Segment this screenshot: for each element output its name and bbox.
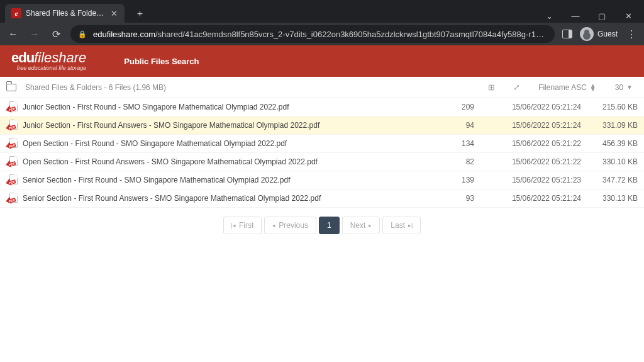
- close-tab-icon[interactable]: ✕: [109, 9, 118, 18]
- new-tab-button[interactable]: ＋: [132, 6, 147, 21]
- file-size: 330.13 KB: [581, 194, 638, 203]
- menu-icon[interactable]: ⋮: [625, 28, 638, 40]
- download-count: 93: [436, 194, 474, 203]
- file-row[interactable]: PDFSenior Section - First Round - SMO Si…: [0, 171, 644, 189]
- forward-icon: →: [28, 28, 42, 40]
- page-size-value: 30: [615, 83, 623, 92]
- minimize-icon[interactable]: ―: [565, 11, 586, 21]
- download-count: 139: [436, 176, 474, 184]
- last-page-button[interactable]: Last▸|: [382, 217, 421, 234]
- profile-chip[interactable]: Guest: [580, 27, 618, 41]
- prev-icon: ◂: [272, 222, 275, 229]
- previous-page-button[interactable]: ◂Previous: [264, 217, 316, 234]
- file-size: 347.72 KB: [581, 176, 638, 184]
- close-window-icon[interactable]: ✕: [618, 11, 639, 21]
- file-row[interactable]: PDFSenior Section - First Round Answers …: [0, 189, 644, 208]
- next-icon: ▸: [369, 222, 372, 229]
- logo-tagline: free educational file storage: [11, 65, 86, 71]
- pdf-icon: PDF: [6, 120, 19, 131]
- browser-tab[interactable]: Shared Files & Folders - edufilesh ✕: [5, 4, 125, 23]
- side-panel-icon[interactable]: [562, 30, 572, 38]
- file-date: 15/06/2022 05:21:24: [474, 103, 581, 111]
- browser-chrome: Shared Files & Folders - edufilesh ✕ ＋ ⌄…: [0, 0, 644, 45]
- site-logo[interactable]: edufileshare free educational file stora…: [11, 51, 86, 71]
- download-count: 94: [436, 121, 474, 130]
- sort-arrows-icon: ▲▼: [590, 84, 596, 91]
- avatar-icon: [580, 27, 594, 41]
- pdf-icon: PDF: [6, 174, 19, 186]
- file-name: Junior Section - First Round Answers - S…: [23, 121, 436, 130]
- window-controls: ⌄ ― ▢ ✕: [538, 11, 639, 21]
- profile-label: Guest: [597, 30, 618, 38]
- file-size: 215.60 KB: [581, 103, 638, 111]
- file-name: Open Section - First Round Answers - SMO…: [23, 157, 436, 166]
- page-1-button[interactable]: 1: [319, 217, 340, 234]
- chevron-down-icon: ▼: [626, 86, 633, 89]
- chevron-down-icon[interactable]: ⌄: [538, 11, 560, 21]
- url-text: edufileshare.com/shared/41ac9emdsn8lf5n8…: [93, 30, 547, 39]
- file-name: Open Section - First Round - SMO Singapo…: [23, 139, 436, 148]
- sort-label: Filename ASC: [538, 83, 587, 92]
- file-row[interactable]: PDFOpen Section - First Round Answers - …: [0, 153, 644, 171]
- pdf-icon: PDF: [6, 156, 19, 167]
- tab-strip: Shared Files & Folders - edufilesh ✕ ＋ ⌄…: [0, 0, 644, 23]
- pdf-icon: PDF: [6, 138, 19, 149]
- toolbar: Shared Files & Folders - 6 Files (1.96 M…: [0, 77, 644, 98]
- file-row[interactable]: PDFOpen Section - First Round - SMO Sing…: [0, 135, 644, 153]
- logo-text: edufileshare: [11, 51, 86, 65]
- file-date: 15/06/2022 05:21:24: [474, 121, 581, 130]
- file-list: PDFJunior Section - First Round - SMO Si…: [0, 98, 644, 208]
- first-page-button[interactable]: |◂First: [223, 217, 262, 234]
- pdf-icon: PDF: [6, 193, 19, 204]
- first-icon: |◂: [231, 222, 236, 229]
- lock-icon: 🔒: [78, 30, 87, 38]
- breadcrumb: Shared Files & Folders - 6 Files (1.96 M…: [25, 83, 474, 92]
- file-size: 331.09 KB: [581, 121, 638, 130]
- file-name: Senior Section - First Round Answers - S…: [23, 194, 436, 203]
- file-date: 15/06/2022 05:21:22: [474, 157, 581, 166]
- file-size: 456.39 KB: [581, 139, 638, 148]
- sort-dropdown[interactable]: Filename ASC ▲▼: [533, 83, 601, 92]
- browser-toolbar: ← → ⟳ 🔒 edufileshare.com/shared/41ac9emd…: [0, 23, 644, 45]
- page-size-dropdown[interactable]: 30 ▼: [610, 83, 638, 92]
- pdf-icon: PDF: [6, 101, 19, 113]
- maximize-icon[interactable]: ▢: [591, 11, 613, 21]
- file-date: 15/06/2022 05:21:22: [474, 139, 581, 148]
- site-header: edufileshare free educational file stora…: [0, 45, 644, 77]
- file-date: 15/06/2022 05:21:23: [474, 176, 581, 184]
- folder-icon[interactable]: [6, 84, 16, 91]
- public-files-search-link[interactable]: Public Files Search: [124, 57, 199, 66]
- tab-title: Shared Files & Folders - edufilesh: [26, 9, 105, 18]
- file-name: Junior Section - First Round - SMO Singa…: [23, 103, 436, 111]
- file-row[interactable]: PDFJunior Section - First Round Answers …: [0, 116, 644, 135]
- next-page-button[interactable]: Next▸: [342, 217, 380, 234]
- pagination: |◂First ◂Previous 1 Next▸ Last▸|: [0, 217, 644, 234]
- address-bar[interactable]: 🔒 edufileshare.com/shared/41ac9emdsn8lf5…: [70, 25, 555, 43]
- file-name: Senior Section - First Round - SMO Singa…: [23, 176, 436, 184]
- file-row[interactable]: PDFJunior Section - First Round - SMO Si…: [0, 98, 644, 116]
- download-count: 134: [436, 139, 474, 148]
- reload-icon[interactable]: ⟳: [49, 28, 63, 40]
- back-icon[interactable]: ←: [6, 28, 20, 40]
- favicon-icon: [11, 8, 21, 18]
- last-icon: ▸|: [408, 222, 413, 229]
- file-date: 15/06/2022 05:21:24: [474, 194, 581, 203]
- list-view-icon[interactable]: ⊞: [483, 82, 499, 92]
- download-count: 82: [436, 157, 474, 166]
- file-size: 330.10 KB: [581, 157, 638, 166]
- fullscreen-icon[interactable]: ⤢: [508, 82, 525, 92]
- download-count: 209: [436, 103, 474, 111]
